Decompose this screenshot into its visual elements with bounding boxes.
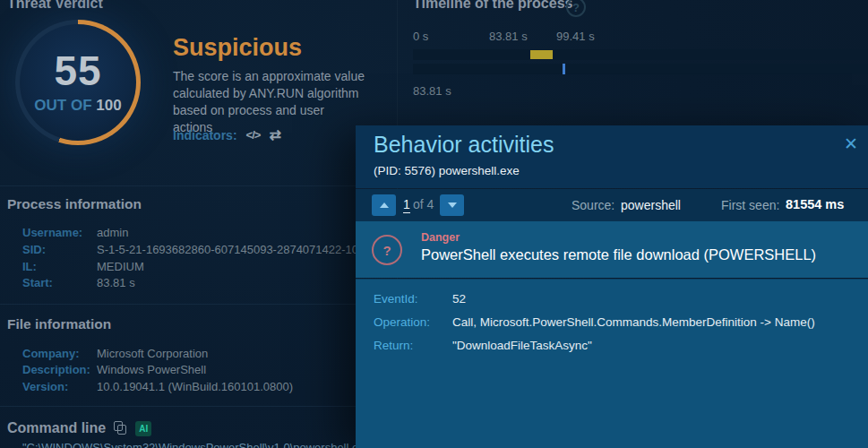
threat-score-out-of: OUT OF 100 xyxy=(34,97,121,115)
threat-verdict-heading: Threat Verdict xyxy=(7,0,103,12)
detail-label: EventId: xyxy=(374,292,452,306)
row-label: Username: xyxy=(22,226,97,239)
question-mark-icon: ? xyxy=(372,235,402,265)
process-information-heading: Process information xyxy=(7,196,142,212)
process-info-row-username: Username:admin xyxy=(22,226,128,239)
modal-body: EventId:52 Operation:Call, Microsoft.Pow… xyxy=(356,279,868,448)
timeline-tick-1: 83.81 s xyxy=(489,30,528,43)
timeline-track-1[interactable] xyxy=(413,49,868,60)
row-value: 10.0.19041.1 (WinBuild.160101.0800) xyxy=(97,380,293,393)
out-of-label: OUT OF xyxy=(34,97,91,114)
detail-label: Return: xyxy=(374,339,452,352)
row-value: Microsoft Corporation xyxy=(97,347,208,360)
timeline-tick-2: 99.41 s xyxy=(556,30,595,43)
first-seen-label: First seen: xyxy=(721,198,779,212)
chevron-down-icon xyxy=(448,202,457,208)
process-info-row-start: Start:83.81 s xyxy=(22,276,135,289)
command-line-header: Command line AI xyxy=(7,420,151,436)
swap-arrows-indicator-icon[interactable]: ⇄ xyxy=(269,126,280,143)
timeline-tick-0: 0 s xyxy=(413,30,428,43)
timeline-marker-label: 83.81 s xyxy=(413,84,451,98)
row-label: Description: xyxy=(22,363,97,376)
threat-score-value: 55 xyxy=(54,50,101,91)
close-icon[interactable]: ✕ xyxy=(840,133,862,154)
timeline-track-2[interactable] xyxy=(413,64,868,74)
indicators-row: Indicators: </> ⇄ xyxy=(173,126,281,143)
row-value: Windows PowerShell xyxy=(97,363,206,376)
process-info-row-il: IL:MEDIUM xyxy=(22,260,144,273)
timeline-process-marker[interactable] xyxy=(563,64,565,74)
detail-value: "DownloadFileTaskAsync" xyxy=(452,339,592,352)
detail-row-operation: Operation:Call, Microsoft.PowerShell.Com… xyxy=(374,315,815,329)
row-label: Company: xyxy=(22,347,97,360)
file-info-row-description: Description:Windows PowerShell xyxy=(22,363,206,376)
modal-header: Behavior activities (PID: 5576) powershe… xyxy=(356,125,868,188)
row-label: SID: xyxy=(22,243,97,256)
verdict-label: Suspicious xyxy=(173,34,302,62)
modal-subtitle: (PID: 5576) powershell.exe xyxy=(374,164,520,177)
row-value: admin xyxy=(97,226,128,239)
help-icon[interactable]: ? xyxy=(566,0,586,17)
threat-score-gauge-inner: 55 OUT OF 100 xyxy=(20,24,136,141)
out-of-max: 100 xyxy=(96,97,121,114)
divider xyxy=(0,406,397,407)
page-of-label: of 4 xyxy=(413,197,434,211)
modal-toolbar: 1 of 4 Source: powershell First seen: 81… xyxy=(356,189,868,221)
divider xyxy=(0,304,397,305)
row-label: IL: xyxy=(22,260,97,273)
first-seen-value: 81554 ms xyxy=(786,197,844,211)
row-label: Version: xyxy=(22,380,97,393)
detail-label: Operation: xyxy=(374,315,452,329)
danger-alert: ? Danger PowerShell executes remote file… xyxy=(356,221,868,278)
detail-value: Call, Microsoft.PowerShell.Commands.Memb… xyxy=(452,315,815,329)
indicators-label: Indicators: xyxy=(173,128,237,142)
row-value: MEDIUM xyxy=(97,260,144,273)
divider xyxy=(0,185,397,186)
danger-title: PowerShell executes remote file download… xyxy=(421,246,816,263)
row-label: Start: xyxy=(22,276,97,289)
chevron-up-icon xyxy=(380,202,389,208)
source-value: powershell xyxy=(621,198,681,212)
process-info-row-sid: SID:S-1-5-21-1693682860-607145093-287407… xyxy=(22,243,371,256)
modal-title: Behavior activities xyxy=(374,132,554,158)
timeline-heading: Timeline of the process xyxy=(413,0,572,12)
detail-value: 52 xyxy=(452,292,466,306)
row-value: S-1-5-21-1693682860-607145093-2874071422… xyxy=(97,243,371,256)
behavior-activities-modal: Behavior activities (PID: 5576) powershe… xyxy=(356,125,868,448)
ai-badge-icon[interactable]: AI xyxy=(135,421,151,436)
threat-score-gauge: 55 OUT OF 100 xyxy=(15,20,141,145)
copy-icon[interactable] xyxy=(114,421,127,435)
file-info-row-version: Version:10.0.19041.1 (WinBuild.160101.08… xyxy=(22,380,293,393)
page-up-button[interactable] xyxy=(372,194,396,216)
file-info-row-company: Company:Microsoft Corporation xyxy=(22,347,208,360)
detail-row-return: Return:"DownloadFileTaskAsync" xyxy=(374,339,592,352)
page-down-button[interactable] xyxy=(440,194,464,216)
page-current[interactable]: 1 xyxy=(403,197,410,213)
command-line-heading: Command line xyxy=(7,420,106,436)
code-indicator-icon[interactable]: </> xyxy=(246,128,261,142)
danger-severity: Danger xyxy=(421,231,460,244)
row-value: 83.81 s xyxy=(97,276,135,289)
detail-row-eventid: EventId:52 xyxy=(374,292,466,306)
source-label: Source: xyxy=(572,198,614,212)
file-information-heading: File information xyxy=(7,316,111,332)
timeline-activity-segment[interactable] xyxy=(530,50,553,59)
